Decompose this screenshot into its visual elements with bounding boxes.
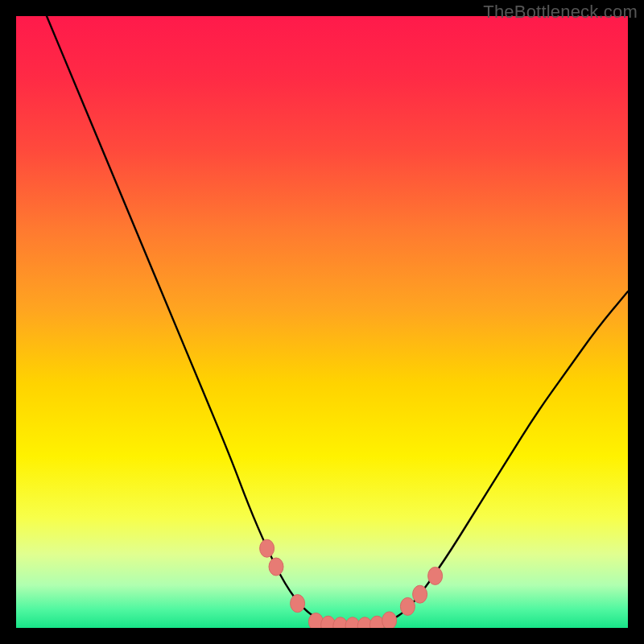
chart-frame: TheBottleneck.com	[0, 0, 644, 644]
curve-marker	[291, 595, 305, 613]
curve-markers	[260, 539, 443, 628]
curve-layer	[16, 16, 628, 628]
curve-marker	[382, 612, 397, 628]
curve-marker	[413, 585, 427, 603]
plot-area	[16, 16, 628, 628]
bottleneck-curve	[47, 16, 628, 626]
curve-marker	[260, 539, 275, 557]
curve-marker	[269, 558, 283, 576]
watermark-text: TheBottleneck.com	[483, 2, 638, 23]
curve-marker	[428, 567, 443, 584]
curve-marker	[400, 597, 415, 615]
